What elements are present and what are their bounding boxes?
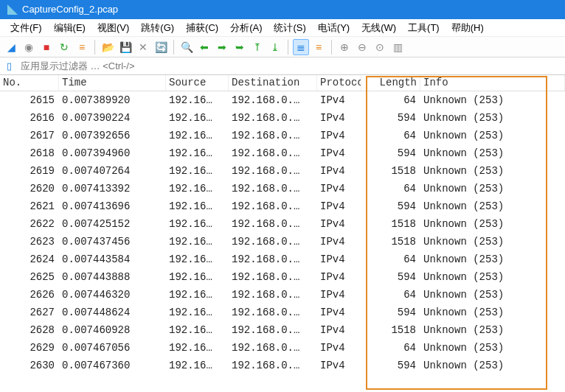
cell-no: 2617 <box>0 127 59 144</box>
menu-item-10[interactable]: 帮助(H) <box>446 19 490 36</box>
last-icon[interactable]: ⤓ <box>267 39 283 55</box>
cell-info: Unknown (253) <box>420 91 565 109</box>
autoscroll-icon[interactable]: ≣ <box>293 39 309 55</box>
cell-source: 192.16… <box>166 109 229 127</box>
restart-icon[interactable]: ↻ <box>56 39 72 55</box>
menu-item-3[interactable]: 跳转(G) <box>135 19 180 36</box>
table-row[interactable]: 26190.007407264192.16…192.168.0.…IPv4151… <box>0 162 565 180</box>
table-row[interactable]: 26200.007413392192.16…192.168.0.…IPv464U… <box>0 180 565 197</box>
table-row[interactable]: 26270.007448624192.16…192.168.0.…IPv4594… <box>0 304 565 321</box>
table-row[interactable]: 26150.007389920192.16…192.168.0.…IPv464U… <box>0 91 565 109</box>
table-row[interactable]: 26210.007413696192.16…192.168.0.…IPv4594… <box>0 197 565 215</box>
resize-cols-icon[interactable]: ▥ <box>389 39 406 55</box>
table-row[interactable]: 26260.007446320192.16…192.168.0.…IPv464U… <box>0 286 565 304</box>
cell-protocol: IPv4 <box>317 286 361 304</box>
menu-item-0[interactable]: 文件(F) <box>4 19 48 36</box>
cell-destination: 192.168.0.… <box>229 127 317 144</box>
col-header-destination[interactable]: Destination <box>229 75 317 91</box>
cell-no: 2618 <box>0 144 59 162</box>
title-bar[interactable]: CaptureConfig_2.pcap <box>0 0 565 19</box>
close-icon[interactable]: ✕ <box>135 39 151 55</box>
menu-item-2[interactable]: 视图(V) <box>91 19 135 36</box>
table-row[interactable]: 26300.007467360192.16…192.168.0.…IPv4594… <box>0 357 565 374</box>
cell-protocol: IPv4 <box>317 215 361 233</box>
table-row[interactable]: 26240.007443584192.16…192.168.0.…IPv464U… <box>0 251 565 268</box>
cell-destination: 192.168.0.… <box>229 251 317 268</box>
cell-length: 594 <box>361 144 420 162</box>
colorize-icon[interactable]: ≡ <box>311 39 327 55</box>
cell-time: 0.007460928 <box>59 321 166 339</box>
find-icon[interactable]: 🔍 <box>178 39 195 55</box>
cell-source: 192.16… <box>166 127 229 144</box>
table-row[interactable]: 26280.007460928192.16…192.168.0.…IPv4151… <box>0 321 565 339</box>
menu-item-1[interactable]: 编辑(E) <box>48 19 91 36</box>
zoom-out-icon[interactable]: ⊖ <box>354 39 370 55</box>
menu-item-6[interactable]: 统计(S) <box>268 19 311 36</box>
shark-fin-icon[interactable]: ◢ <box>3 39 19 55</box>
cell-length: 594 <box>361 268 420 286</box>
stop-icon[interactable]: ■ <box>38 39 55 55</box>
col-header-length[interactable]: Length <box>361 75 420 91</box>
table-row[interactable]: 26180.007394960192.16…192.168.0.…IPv4594… <box>0 144 565 162</box>
cell-length: 64 <box>361 91 420 109</box>
go-forward-icon[interactable]: ➡ <box>214 39 230 55</box>
cell-time: 0.007389920 <box>59 91 166 109</box>
col-header-time[interactable]: Time <box>59 75 166 91</box>
col-header-source[interactable]: Source <box>166 75 229 91</box>
cell-length: 1518 <box>361 162 420 180</box>
cell-destination: 192.168.0.… <box>229 321 317 339</box>
menu-item-5[interactable]: 分析(A) <box>224 19 268 36</box>
display-filter-input[interactable] <box>18 59 565 73</box>
cell-destination: 192.168.0.… <box>229 286 317 304</box>
go-to-icon[interactable]: ➥ <box>232 39 248 55</box>
cell-source: 192.16… <box>166 215 229 233</box>
capture-filter-icon[interactable]: ≡ <box>74 39 90 55</box>
cell-destination: 192.168.0.… <box>229 233 317 251</box>
cell-no: 2628 <box>0 321 59 339</box>
table-row[interactable]: 26220.007425152192.16…192.168.0.…IPv4151… <box>0 215 565 233</box>
go-back-icon[interactable]: ⬅ <box>196 39 212 55</box>
first-icon[interactable]: ⤒ <box>249 39 266 55</box>
cell-info: Unknown (253) <box>420 180 565 197</box>
capture-options-icon[interactable]: ◉ <box>21 39 37 55</box>
cell-no: 2627 <box>0 304 59 321</box>
zoom-in-icon[interactable]: ⊕ <box>336 39 353 55</box>
cell-length: 594 <box>361 357 420 374</box>
cell-no: 2615 <box>0 91 59 109</box>
toolbar-separator <box>331 40 332 55</box>
bookmark-filter-icon[interactable]: ▯ <box>3 60 15 72</box>
packet-list[interactable]: 26150.007389920192.16…192.168.0.…IPv464U… <box>0 91 565 374</box>
table-row[interactable]: 26250.007443888192.16…192.168.0.…IPv4594… <box>0 268 565 286</box>
cell-info: Unknown (253) <box>420 357 565 374</box>
cell-time: 0.007443888 <box>59 268 166 286</box>
table-row[interactable]: 26160.007390224192.16…192.168.0.…IPv4594… <box>0 109 565 127</box>
cell-length: 64 <box>361 286 420 304</box>
cell-source: 192.16… <box>166 304 229 321</box>
col-header-info[interactable]: Info <box>420 75 565 91</box>
cell-source: 192.16… <box>166 233 229 251</box>
cell-no: 2616 <box>0 109 59 127</box>
packet-list-header[interactable]: No. Time Source Destination Protocol Len… <box>0 75 565 91</box>
cell-length: 594 <box>361 304 420 321</box>
col-header-protocol[interactable]: Protocol <box>317 75 361 91</box>
cell-no: 2625 <box>0 268 59 286</box>
cell-destination: 192.168.0.… <box>229 197 317 215</box>
table-row[interactable]: 26290.007467056192.16…192.168.0.…IPv464U… <box>0 339 565 357</box>
cell-destination: 192.168.0.… <box>229 215 317 233</box>
menu-item-9[interactable]: 工具(T) <box>402 19 446 36</box>
cell-protocol: IPv4 <box>317 268 361 286</box>
menu-item-4[interactable]: 捕获(C) <box>180 19 224 36</box>
table-row[interactable]: 26230.007437456192.16…192.168.0.…IPv4151… <box>0 233 565 251</box>
reload-icon[interactable]: 🔄 <box>153 39 169 55</box>
zoom-reset-icon[interactable]: ⊙ <box>372 39 388 55</box>
open-icon[interactable]: 📂 <box>100 39 116 55</box>
save-icon[interactable]: 💾 <box>117 39 134 55</box>
cell-protocol: IPv4 <box>317 180 361 197</box>
cell-info: Unknown (253) <box>420 127 565 144</box>
cell-no: 2621 <box>0 197 59 215</box>
col-header-no[interactable]: No. <box>0 75 59 91</box>
cell-info: Unknown (253) <box>420 197 565 215</box>
table-row[interactable]: 26170.007392656192.16…192.168.0.…IPv464U… <box>0 127 565 144</box>
menu-item-7[interactable]: 电话(Y) <box>312 19 356 36</box>
menu-item-8[interactable]: 无线(W) <box>356 19 402 36</box>
